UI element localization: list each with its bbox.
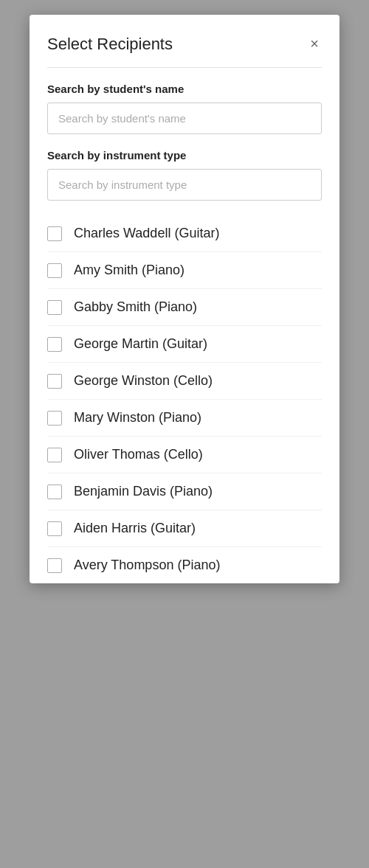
list-item[interactable]: Mary Winston (Piano) [47, 400, 322, 437]
list-item[interactable]: Oliver Thomas (Cello) [47, 437, 322, 473]
close-button[interactable]: × [307, 32, 322, 55]
student-checkbox[interactable] [47, 263, 62, 278]
student-checkbox[interactable] [47, 448, 62, 462]
student-name: Gabby Smith (Piano) [74, 299, 197, 315]
list-item[interactable]: George Martin (Guitar) [47, 326, 322, 363]
student-checkbox[interactable] [47, 558, 62, 573]
student-checkbox[interactable] [47, 485, 62, 499]
student-name: Oliver Thomas (Cello) [74, 447, 203, 462]
student-checkbox[interactable] [47, 411, 62, 426]
modal-body: Search by student's name Search by instr… [30, 68, 339, 583]
list-item[interactable]: Aiden Harris (Guitar) [47, 510, 322, 547]
list-item[interactable]: Benjamin Davis (Piano) [47, 473, 322, 510]
student-name: Benjamin Davis (Piano) [74, 484, 213, 499]
instrument-type-label: Search by instrument type [47, 149, 322, 162]
student-name-input[interactable] [47, 103, 322, 134]
list-item[interactable]: Gabby Smith (Piano) [47, 289, 322, 326]
list-item[interactable]: Charles Waddell (Guitar) [47, 215, 322, 252]
student-checkbox[interactable] [47, 521, 62, 536]
student-name: Charles Waddell (Guitar) [74, 226, 219, 241]
student-checkbox[interactable] [47, 226, 62, 241]
list-item[interactable]: Amy Smith (Piano) [47, 252, 322, 289]
student-name: Amy Smith (Piano) [74, 263, 184, 278]
modal-title: Select Recipients [47, 35, 173, 54]
modal-overlay: Select Recipients × Search by student's … [0, 0, 369, 868]
student-name: Mary Winston (Piano) [74, 410, 201, 426]
student-name: George Martin (Guitar) [74, 336, 207, 352]
student-name: George Winston (Cello) [74, 373, 213, 389]
student-name-label: Search by student's name [47, 83, 322, 95]
list-item[interactable]: Avery Thompson (Piano) [47, 547, 322, 583]
select-recipients-modal: Select Recipients × Search by student's … [30, 15, 339, 583]
modal-header: Select Recipients × [30, 15, 339, 67]
student-list: Charles Waddell (Guitar)Amy Smith (Piano… [47, 215, 322, 583]
student-checkbox[interactable] [47, 374, 62, 389]
student-name: Aiden Harris (Guitar) [74, 521, 196, 536]
list-item[interactable]: George Winston (Cello) [47, 363, 322, 400]
student-name: Avery Thompson (Piano) [74, 558, 220, 573]
student-checkbox[interactable] [47, 300, 62, 315]
instrument-type-input[interactable] [47, 169, 322, 201]
student-checkbox[interactable] [47, 337, 62, 352]
